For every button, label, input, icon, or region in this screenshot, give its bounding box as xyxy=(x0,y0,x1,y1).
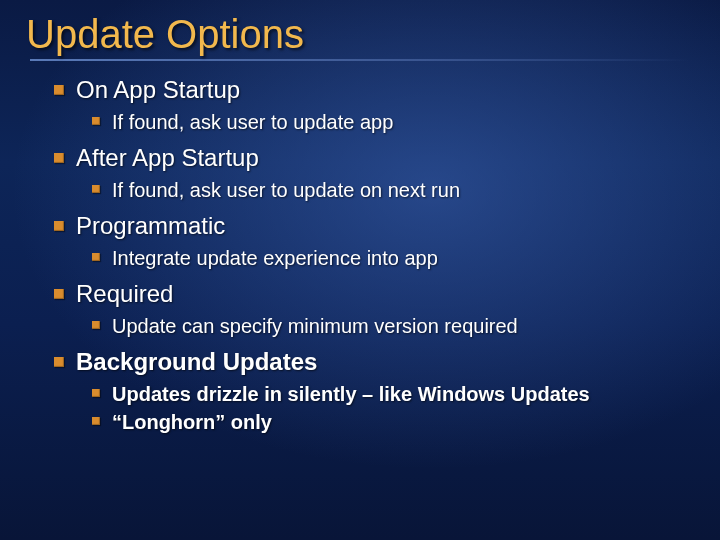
bullet-level1: RequiredUpdate can specify minimum versi… xyxy=(76,279,690,339)
sub-bullet-list: If found, ask user to update app xyxy=(76,109,690,135)
bullet-level1: After App StartupIf found, ask user to u… xyxy=(76,143,690,203)
bullet-text: After App Startup xyxy=(76,144,259,171)
bullet-level1: Background UpdatesUpdates drizzle in sil… xyxy=(76,347,690,435)
sub-bullet-list: Integrate update experience into app xyxy=(76,245,690,271)
slide-title: Update Options xyxy=(26,12,690,57)
bullet-level1: ProgrammaticIntegrate update experience … xyxy=(76,211,690,271)
slide: Update Options On App StartupIf found, a… xyxy=(0,0,720,540)
title-underline xyxy=(30,59,690,61)
bullet-text: Programmatic xyxy=(76,212,225,239)
sub-bullet-list: Updates drizzle in silently – like Windo… xyxy=(76,381,690,435)
bullet-text: On App Startup xyxy=(76,76,240,103)
bullet-level2: Update can specify minimum version requi… xyxy=(112,313,690,339)
bullet-text: Background Updates xyxy=(76,348,317,375)
bullet-text: Required xyxy=(76,280,173,307)
sub-bullet-list: If found, ask user to update on next run xyxy=(76,177,690,203)
bullet-list: On App StartupIf found, ask user to upda… xyxy=(30,75,690,435)
sub-bullet-list: Update can specify minimum version requi… xyxy=(76,313,690,339)
bullet-level2: If found, ask user to update app xyxy=(112,109,690,135)
bullet-level2: If found, ask user to update on next run xyxy=(112,177,690,203)
bullet-level2: Updates drizzle in silently – like Windo… xyxy=(112,381,690,407)
bullet-level1: On App StartupIf found, ask user to upda… xyxy=(76,75,690,135)
bullet-level2: Integrate update experience into app xyxy=(112,245,690,271)
slide-content: On App StartupIf found, ask user to upda… xyxy=(30,75,690,435)
bullet-level2: “Longhorn” only xyxy=(112,409,690,435)
